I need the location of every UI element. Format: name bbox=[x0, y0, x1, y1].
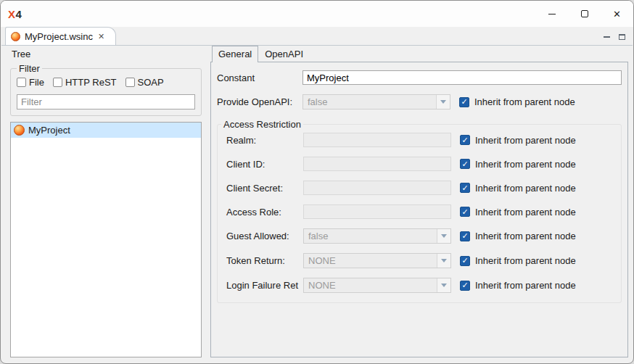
constant-input[interactable] bbox=[302, 70, 622, 85]
login-failure-row: Login Failure Ret NONE Inherit from pare… bbox=[226, 278, 621, 293]
maximize-button[interactable] bbox=[568, 1, 601, 27]
titlebar: X4 ✕ bbox=[1, 1, 633, 27]
token-return-inherit-checkbox[interactable]: Inherit from parent node bbox=[460, 255, 576, 266]
app-window: X4 ✕ MyProject.wsinc ✕ Tree Filter bbox=[0, 0, 634, 364]
checkbox-checked-icon[interactable] bbox=[460, 231, 470, 241]
realm-label: Realm: bbox=[226, 135, 303, 146]
chevron-down-icon bbox=[437, 254, 450, 268]
tab-openapi[interactable]: OpenAPI bbox=[258, 46, 310, 62]
tree-panel: Tree Filter File HTTP ReST SOAP bbox=[6, 46, 206, 357]
provide-openapi-select: false bbox=[302, 94, 450, 109]
client-id-row: Client ID: Inherit from parent node bbox=[226, 157, 621, 171]
maximize-view-icon[interactable] bbox=[619, 34, 625, 40]
access-role-field bbox=[303, 204, 451, 219]
constant-label: Constant bbox=[217, 73, 302, 83]
tree-item-label: MyProject bbox=[28, 125, 70, 136]
client-secret-field bbox=[303, 181, 451, 195]
checkbox-checked-icon[interactable] bbox=[460, 207, 470, 217]
login-failure-inherit-checkbox[interactable]: Inherit from parent node bbox=[460, 280, 576, 291]
token-return-row: Token Return: NONE Inherit from parent n… bbox=[226, 253, 621, 268]
checkbox-checked-icon[interactable] bbox=[459, 97, 469, 107]
checkbox-unchecked-icon[interactable] bbox=[17, 78, 26, 87]
close-button[interactable]: ✕ bbox=[601, 1, 633, 27]
token-return-select: NONE bbox=[303, 253, 451, 268]
properties-tabs: General OpenAPI bbox=[210, 46, 628, 62]
editor-tab-myproject-wsinc[interactable]: MyProject.wsinc ✕ bbox=[5, 27, 116, 45]
checkbox-unchecked-icon[interactable] bbox=[125, 78, 135, 87]
guest-allowed-row: Guest Allowed: false Inherit from parent… bbox=[226, 228, 621, 244]
checkbox-http-rest-label: HTTP ReST bbox=[65, 77, 117, 88]
inherit-label: Inherit from parent node bbox=[475, 183, 576, 194]
client-id-field bbox=[303, 157, 451, 171]
access-role-inherit-checkbox[interactable]: Inherit from parent node bbox=[460, 207, 576, 218]
close-icon: ✕ bbox=[613, 9, 621, 19]
checkbox-checked-icon[interactable] bbox=[460, 135, 470, 145]
login-failure-label: Login Failure Ret bbox=[226, 280, 303, 291]
maximize-icon bbox=[581, 10, 588, 17]
general-form: Constant Provide OpenAPI: false Inherit … bbox=[210, 62, 628, 357]
checkbox-unchecked-icon[interactable] bbox=[53, 78, 62, 87]
minimize-icon bbox=[548, 14, 556, 15]
inherit-label: Inherit from parent node bbox=[474, 96, 575, 107]
view-controls bbox=[604, 34, 625, 45]
chevron-down-icon bbox=[437, 229, 450, 243]
login-failure-select: NONE bbox=[303, 278, 451, 293]
checkbox-file[interactable]: File bbox=[17, 77, 44, 88]
filter-group-legend: Filter bbox=[17, 63, 42, 74]
provide-openapi-inherit-checkbox[interactable]: Inherit from parent node bbox=[459, 96, 575, 107]
checkbox-checked-icon[interactable] bbox=[460, 183, 470, 193]
access-restriction-rows: Realm: Inherit from parent node Client I… bbox=[226, 133, 621, 293]
checkbox-soap[interactable]: SOAP bbox=[125, 77, 164, 88]
tree-heading: Tree bbox=[12, 49, 203, 59]
logo-4: 4 bbox=[16, 8, 22, 20]
minimize-button[interactable] bbox=[535, 1, 568, 27]
guest-allowed-value: false bbox=[308, 231, 328, 241]
checkbox-checked-icon[interactable] bbox=[460, 159, 470, 169]
editor-body: Tree Filter File HTTP ReST SOAP bbox=[6, 46, 628, 357]
guest-allowed-inherit-checkbox[interactable]: Inherit from parent node bbox=[460, 231, 576, 241]
inherit-label: Inherit from parent node bbox=[475, 280, 576, 291]
provide-openapi-value: false bbox=[308, 96, 327, 107]
checkbox-checked-icon[interactable] bbox=[460, 281, 470, 291]
inherit-label: Inherit from parent node bbox=[475, 255, 576, 266]
properties-panel: General OpenAPI Constant Provide OpenAPI… bbox=[206, 46, 628, 357]
access-role-row: Access Role: Inherit from parent node bbox=[226, 204, 621, 219]
app-logo: X4 bbox=[8, 8, 22, 20]
guest-allowed-select: false bbox=[303, 228, 451, 244]
logo-x: X bbox=[8, 8, 16, 20]
realm-field bbox=[303, 133, 451, 147]
chevron-down-icon bbox=[436, 95, 450, 109]
realm-inherit-checkbox[interactable]: Inherit from parent node bbox=[460, 135, 576, 146]
realm-row: Realm: Inherit from parent node bbox=[226, 133, 621, 147]
constant-row: Constant bbox=[217, 70, 622, 85]
project-tree[interactable]: MyProject bbox=[10, 122, 202, 357]
access-restriction-legend: Access Restriction bbox=[221, 119, 303, 130]
window-controls: ✕ bbox=[535, 1, 633, 27]
chevron-down-icon bbox=[437, 278, 450, 292]
minimize-view-icon[interactable] bbox=[604, 36, 610, 38]
filter-checkbox-row: File HTTP ReST SOAP bbox=[17, 77, 195, 88]
filter-group: Filter File HTTP ReST SOAP bbox=[10, 63, 202, 116]
tree-item-myproject[interactable]: MyProject bbox=[11, 123, 201, 138]
client-secret-inherit-checkbox[interactable]: Inherit from parent node bbox=[460, 183, 576, 194]
client-id-label: Client ID: bbox=[226, 159, 303, 170]
inherit-label: Inherit from parent node bbox=[475, 231, 576, 241]
checkbox-http-rest[interactable]: HTTP ReST bbox=[53, 77, 117, 88]
inherit-label: Inherit from parent node bbox=[475, 159, 576, 170]
guest-allowed-label: Guest Allowed: bbox=[226, 231, 303, 241]
provide-openapi-label: Provide OpenAPI: bbox=[217, 96, 302, 107]
client-id-inherit-checkbox[interactable]: Inherit from parent node bbox=[460, 159, 576, 170]
tab-close-icon[interactable]: ✕ bbox=[97, 32, 105, 41]
access-role-label: Access Role: bbox=[226, 207, 303, 218]
filter-input[interactable] bbox=[17, 94, 195, 109]
client-secret-label: Client Secret: bbox=[226, 183, 303, 194]
access-restriction-group: Access Restriction Realm: Inherit from p… bbox=[217, 119, 622, 303]
wsinc-file-icon bbox=[11, 32, 20, 41]
editor-tab-bar: MyProject.wsinc ✕ bbox=[1, 27, 633, 46]
checkbox-checked-icon[interactable] bbox=[460, 256, 470, 266]
checkbox-soap-label: SOAP bbox=[138, 77, 164, 88]
tab-general[interactable]: General bbox=[212, 46, 258, 62]
checkbox-file-label: File bbox=[29, 77, 44, 88]
login-failure-value: NONE bbox=[308, 280, 336, 291]
client-secret-row: Client Secret: Inherit from parent node bbox=[226, 181, 621, 195]
